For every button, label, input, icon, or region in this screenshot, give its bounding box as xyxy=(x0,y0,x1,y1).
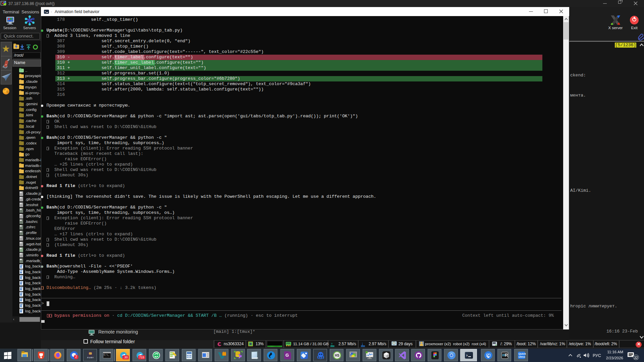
svg-text:HS: HS xyxy=(335,354,339,357)
